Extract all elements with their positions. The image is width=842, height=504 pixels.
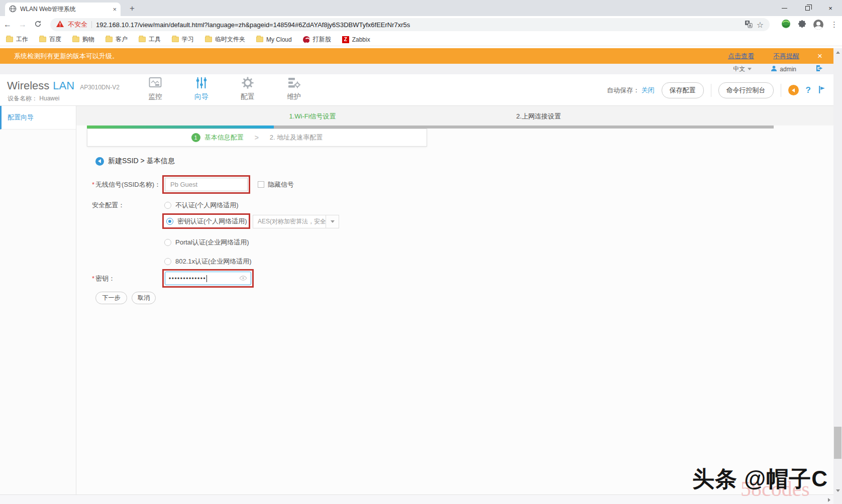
watermark-title: 头条 @帽子C	[692, 464, 828, 494]
cancel-button[interactable]: 取消	[132, 292, 156, 304]
nav-maintain[interactable]: 维护	[279, 77, 308, 101]
translate-icon[interactable]	[745, 20, 753, 30]
auth-option-key[interactable]: 密钥认证(个人网络适用)	[166, 217, 247, 226]
eye-icon[interactable]	[239, 275, 247, 282]
device-model: AP3010DN-V2	[80, 84, 120, 91]
url-text[interactable]: 192.168.10.17/view/main/default.html?lan…	[96, 21, 741, 29]
autosave-label: 自动保存：	[607, 86, 640, 94]
profile-avatar[interactable]	[813, 20, 823, 30]
radio-icon[interactable]	[164, 258, 171, 265]
new-tab-button[interactable]: +	[127, 3, 138, 14]
tab-internet-connection[interactable]: 2.上网连接设置	[516, 112, 561, 121]
folder-icon	[39, 37, 46, 42]
highlight-box-key-auth: 密钥认证(个人网络适用)	[162, 213, 250, 229]
view-update-link[interactable]: 点击查看	[728, 52, 754, 61]
dismiss-update-link[interactable]: 不再提醒	[773, 52, 799, 61]
section-title: 新建SSID > 基本信息	[108, 157, 175, 166]
bookmark-item[interactable]: ZZabbix	[342, 36, 370, 43]
scroll-up-arrow[interactable]	[833, 48, 842, 56]
sidebar-item-config-wizard[interactable]: 配置向导	[0, 106, 76, 130]
hide-signal-label: 隐藏信号	[268, 180, 294, 189]
bookmark-item[interactable]: 百度	[39, 35, 61, 44]
step1-label: 基本信息配置	[204, 133, 244, 142]
bookmark-item[interactable]: 工具	[139, 35, 161, 44]
vertical-scroll-thumb[interactable]	[834, 427, 841, 459]
horizontal-scrollbar[interactable]	[0, 494, 833, 504]
next-step-button[interactable]: 下一步	[95, 292, 127, 304]
security-config-label: 安全配置：	[92, 201, 125, 210]
folder-icon	[106, 37, 113, 42]
help-icon[interactable]: ?	[806, 85, 811, 95]
ssid-label: * 无线信号(SSID名称)：	[92, 175, 161, 194]
bookmark-item[interactable]: 工作	[6, 35, 28, 44]
bookmark-item[interactable]: 学习	[172, 35, 194, 44]
bookmark-item[interactable]: 打新股	[303, 35, 331, 44]
vertical-scrollbar[interactable]	[833, 48, 842, 494]
chevron-down-icon	[331, 220, 335, 223]
address-bar[interactable]: 不安全 192.168.10.17/view/main/default.html…	[50, 18, 770, 31]
logout-icon[interactable]	[815, 65, 823, 73]
language-selector[interactable]: 中文	[733, 65, 752, 73]
auth-option-none[interactable]: 不认证(个人网络适用)	[164, 201, 239, 210]
browser-tab[interactable]: WLAN Web管理系统 ×	[5, 3, 121, 16]
radio-icon[interactable]	[164, 202, 171, 209]
flag-console-icon[interactable]	[818, 85, 825, 95]
bookmark-label: 百度	[49, 35, 61, 44]
chevron-down-icon	[748, 68, 752, 70]
ssid-input[interactable]: Pb Guest	[165, 178, 248, 191]
window-minimize-button[interactable]	[773, 0, 796, 16]
tab-wifi-signal[interactable]: 1.Wi-Fi信号设置	[289, 112, 336, 121]
header-actions: 自动保存： 关闭 保存配置 命令行控制台 ?	[607, 74, 825, 106]
wizard-sliders-icon	[195, 77, 207, 90]
bookmark-star-icon[interactable]: ☆	[757, 20, 764, 30]
bookmark-item[interactable]: My Cloud	[256, 36, 292, 43]
nav-wizard[interactable]: 向导	[187, 77, 216, 101]
save-config-button[interactable]: 保存配置	[662, 82, 704, 98]
reload-button[interactable]	[30, 20, 45, 30]
bookmark-item[interactable]: 购物	[72, 35, 94, 44]
nav-config[interactable]: 配置	[233, 77, 262, 101]
current-user[interactable]: admin	[771, 65, 796, 73]
banner-close-icon[interactable]: ×	[817, 51, 822, 61]
radio-label: Portal认证(企业网络适用)	[175, 238, 249, 247]
folder-icon	[72, 37, 79, 42]
hide-signal-option[interactable]: 隐藏信号	[258, 175, 294, 194]
tab-title: WLAN Web管理系统	[20, 5, 109, 14]
back-circle-icon[interactable]	[95, 157, 104, 166]
tab-close-icon[interactable]: ×	[113, 6, 117, 13]
security-chip[interactable]: 不安全	[68, 20, 87, 29]
highlight-box-ssid: Pb Guest	[162, 175, 250, 194]
omnibox-separator	[91, 21, 92, 28]
idm-extension-icon[interactable]	[781, 19, 791, 30]
cipher-selected-value: AES(对称加密算法，安全,	[253, 215, 326, 228]
browser-menu-icon[interactable]: ⋮	[830, 20, 838, 29]
auth-option-portal[interactable]: Portal认证(企业网络适用)	[164, 238, 249, 247]
scroll-right-arrow[interactable]	[824, 495, 833, 504]
wizard-tabstrip: 1.Wi-Fi信号设置 2.上网连接设置	[76, 106, 833, 125]
key-password-input[interactable]: •••••••••••••	[165, 272, 251, 285]
cipher-select[interactable]: AES(对称加密算法，安全,	[253, 215, 339, 228]
hide-signal-checkbox[interactable]	[258, 181, 264, 188]
folder-icon	[205, 37, 212, 42]
extensions-puzzle-icon[interactable]	[798, 20, 806, 30]
window-close-button[interactable]: ×	[819, 0, 842, 16]
autosave-value[interactable]: 关闭	[642, 86, 655, 94]
feedback-back-icon[interactable]	[788, 85, 799, 95]
window-restore-button[interactable]	[796, 0, 819, 16]
radio-selected-icon[interactable]	[166, 218, 173, 225]
restore-icon	[805, 6, 810, 11]
cli-console-button[interactable]: 命令行控制台	[718, 82, 774, 98]
radio-icon[interactable]	[164, 239, 171, 246]
dropdown-arrow-button[interactable]	[326, 215, 339, 228]
gear-icon	[242, 77, 254, 90]
scroll-down-arrow[interactable]	[833, 486, 842, 494]
bookmark-item[interactable]: 客户	[106, 35, 128, 44]
bookmark-label: Zabbix	[352, 36, 370, 43]
bookmark-label: 购物	[82, 35, 94, 44]
forward-button[interactable]: →	[15, 20, 30, 29]
bookmark-item[interactable]: 临时文件夹	[205, 35, 245, 44]
auth-option-8021x[interactable]: 802.1x认证(企业网络适用)	[164, 257, 252, 266]
nav-monitor[interactable]: 监控	[141, 77, 170, 101]
window-controls: ×	[773, 0, 842, 16]
back-button[interactable]: ←	[0, 20, 15, 29]
